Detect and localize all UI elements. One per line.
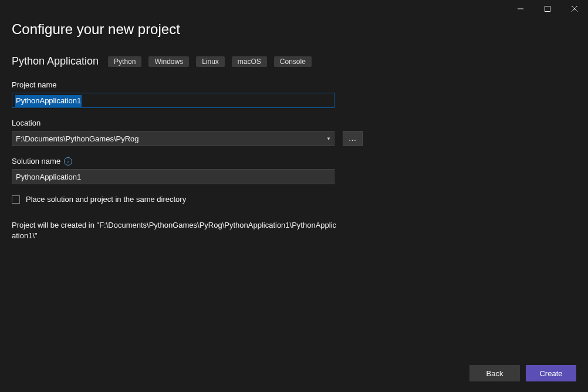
titlebar — [0, 0, 588, 18]
tag-console: Console — [274, 56, 312, 67]
template-row: Python Application Python Windows Linux … — [12, 55, 576, 67]
project-name-label: Project name — [12, 80, 576, 89]
template-name: Python Application — [12, 55, 99, 67]
page-title: Configure your new project — [12, 21, 576, 38]
solution-name-label-text: Solution name — [12, 157, 60, 165]
close-icon — [572, 6, 577, 12]
tag-macos: macOS — [232, 56, 267, 67]
tag-python: Python — [108, 56, 141, 67]
svg-rect-1 — [545, 6, 550, 12]
maximize-button[interactable] — [534, 0, 561, 18]
footer: Back Create — [469, 365, 576, 381]
same-directory-label: Place solution and project in the same d… — [26, 195, 186, 204]
location-combo[interactable]: ▼ — [12, 131, 334, 146]
solution-name-input[interactable] — [12, 169, 334, 184]
tag-linux: Linux — [196, 56, 225, 67]
tag-windows: Windows — [148, 56, 189, 67]
location-group: Location ▼ ... — [12, 119, 576, 146]
project-name-input[interactable]: PythonApplication1 — [12, 93, 334, 108]
minimize-icon — [518, 6, 523, 12]
same-directory-checkbox[interactable] — [12, 195, 20, 204]
path-preview: Project will be created in "F:\Documents… — [12, 220, 340, 241]
create-button[interactable]: Create — [526, 365, 576, 381]
close-button[interactable] — [561, 0, 588, 18]
info-icon[interactable]: i — [64, 157, 72, 165]
project-name-group: Project name PythonApplication1 — [12, 80, 576, 108]
location-label: Location — [12, 119, 576, 127]
same-directory-row: Place solution and project in the same d… — [12, 195, 576, 204]
browse-button[interactable]: ... — [343, 131, 363, 146]
project-name-selected-text: PythonApplication1 — [15, 95, 82, 107]
solution-name-group: Solution name i — [12, 157, 576, 184]
solution-name-label: Solution name i — [12, 157, 576, 165]
maximize-icon — [545, 6, 550, 12]
minimize-button[interactable] — [507, 0, 534, 18]
location-input[interactable] — [12, 131, 334, 146]
back-button[interactable]: Back — [469, 365, 520, 381]
